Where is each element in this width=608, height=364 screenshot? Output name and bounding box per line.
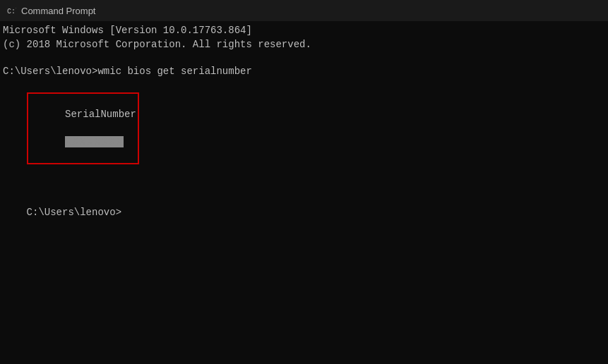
svg-text:C:\: C:\ <box>7 8 16 16</box>
serial-number-label: SerialNumber <box>65 109 136 120</box>
empty-line-2 <box>3 178 605 192</box>
console-line-2: (c) 2018 Microsoft Corporation. All righ… <box>3 38 605 52</box>
console-line-1: Microsoft Windows [Version 10.0.17763.86… <box>3 24 605 38</box>
console-line-5: SerialNumber XXXXXXXX <box>3 79 605 178</box>
cmd-icon: C:\ <box>6 5 17 16</box>
prompt-line: C:\Users\lenovo> <box>27 207 121 218</box>
title-bar-label: Command Prompt <box>21 6 95 16</box>
empty-line-1 <box>3 51 605 65</box>
console-line-8: C:\Users\lenovo> <box>3 192 605 233</box>
serial-number-value: XXXXXXXX <box>65 136 124 147</box>
console-line-4: C:\Users\lenovo>wmic bios get serialnumb… <box>3 65 605 79</box>
title-bar: C:\ Command Prompt <box>0 0 608 21</box>
serial-number-highlight: SerialNumber XXXXXXXX <box>27 92 139 164</box>
console-body: Microsoft Windows [Version 10.0.17763.86… <box>0 21 608 364</box>
